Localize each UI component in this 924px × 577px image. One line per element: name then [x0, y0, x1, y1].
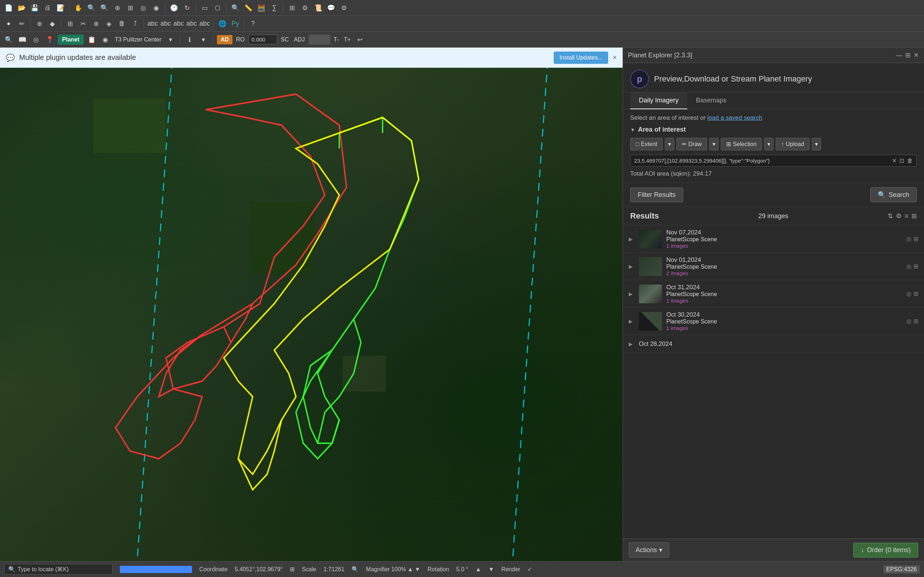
compose-icon[interactable]: 📝 [55, 2, 66, 14]
script-icon[interactable]: 📜 [312, 2, 324, 14]
result-grid-button[interactable]: ⊞ [914, 263, 918, 270]
planet-toolbar-btn[interactable]: Planet [58, 35, 84, 45]
offset-icon[interactable]: ⤴ [129, 18, 141, 29]
zoom-full-icon[interactable]: ◉ [150, 2, 162, 14]
digitize-icon[interactable]: ● [3, 18, 15, 29]
results-sort-button[interactable]: ⇅ [888, 212, 893, 220]
selection-button[interactable]: ⊞ Selection [721, 138, 762, 150]
label4-icon[interactable]: abc [186, 18, 197, 29]
status-search-box[interactable]: 🔍 Type to locate (⌘K) [4, 564, 113, 574]
map-area[interactable] [0, 48, 623, 561]
time-icon[interactable]: 🕐 [168, 2, 180, 14]
magnifier-stepper-up[interactable]: ▲ [407, 566, 413, 573]
new-file-icon[interactable]: 📄 [3, 2, 15, 14]
stat-icon[interactable]: ∑ [268, 2, 280, 14]
result-locate-button[interactable]: ◎ [906, 263, 911, 270]
result-item[interactable]: ▶ Oct 28,2024 [623, 335, 924, 353]
upload-button[interactable]: ↑ Upload [775, 138, 809, 150]
result-grid-button[interactable]: ⊞ [914, 290, 918, 297]
pan-icon[interactable]: ✋ [73, 2, 84, 14]
install-updates-button[interactable]: Install Updates... [554, 52, 608, 64]
print-icon[interactable]: 🖨 [42, 2, 53, 14]
edit-icon[interactable]: ✏ [16, 18, 27, 29]
panel-close-button[interactable]: ✕ [914, 51, 919, 59]
result-grid-button[interactable]: ⊞ [914, 318, 918, 324]
delete-icon[interactable]: 🗑 [116, 18, 128, 29]
result-item[interactable]: ▶ Oct 30,2024 PlanetScope Scene 1 images… [623, 308, 924, 335]
coordinate-input[interactable] [248, 35, 277, 44]
merge-icon[interactable]: ⊕ [90, 18, 102, 29]
save-icon[interactable]: 💾 [29, 2, 40, 14]
stats-icon[interactable]: ◉ [100, 34, 111, 45]
digitize2-icon[interactable]: ⊞ [64, 18, 76, 29]
attributes-icon[interactable]: 📋 [86, 34, 97, 45]
selection-dropdown-button[interactable]: ▾ [764, 138, 774, 150]
python-icon[interactable]: Py [229, 18, 241, 29]
order-button[interactable]: ↓ Order (0 items) [853, 543, 918, 558]
tab-basemaps[interactable]: Basemaps [687, 92, 735, 109]
zoom-in-icon[interactable]: 🔍 [86, 2, 97, 14]
node-edit-icon[interactable]: ◆ [47, 18, 58, 29]
info-icon[interactable]: ℹ [184, 34, 195, 45]
rotation-stepper-up[interactable]: ▲ [475, 566, 481, 573]
help-icon[interactable]: ? [247, 18, 259, 29]
notification-close-button[interactable]: × [612, 53, 617, 62]
layer-chevron-icon[interactable]: ▾ [165, 34, 176, 45]
open-folder-icon[interactable]: 📂 [16, 2, 27, 14]
draw-button[interactable]: ✏ Draw [677, 138, 707, 150]
result-locate-button[interactable]: ◎ [906, 290, 911, 297]
rotation-stepper-down[interactable]: ▼ [488, 566, 494, 573]
processing-icon[interactable]: ⚙ [299, 2, 311, 14]
refresh-icon[interactable]: ↻ [181, 2, 193, 14]
split-icon[interactable]: ✂ [77, 18, 89, 29]
aoi-clear-button[interactable]: ✕ [892, 157, 897, 164]
result-locate-button[interactable]: ◎ [906, 318, 911, 324]
results-grid-button[interactable]: ⊞ [911, 212, 917, 220]
globe-icon[interactable]: 🌐 [216, 18, 228, 29]
label2-icon[interactable]: abc [160, 18, 171, 29]
grid-icon[interactable]: ⊞ [286, 2, 298, 14]
aoi-load-saved-link[interactable]: load a saved search [708, 114, 762, 121]
result-item[interactable]: ▶ Nov 07,2024 PlanetScope Scene 1 images… [623, 226, 924, 253]
zoom-extent-icon[interactable]: ⊕ [111, 2, 123, 14]
magnifier-stepper-down[interactable]: ▼ [415, 566, 420, 573]
upload-dropdown-button[interactable]: ▾ [812, 138, 821, 150]
adj-input[interactable] [309, 35, 330, 45]
filter-results-button[interactable]: Filter Results [630, 187, 683, 202]
pin-icon[interactable]: 📍 [44, 34, 56, 45]
label5-icon[interactable]: abc [199, 18, 210, 29]
select-rect-icon[interactable]: ▭ [199, 2, 210, 14]
panel-minimize-button[interactable]: — [896, 51, 902, 59]
measure-icon[interactable]: 📏 [242, 2, 254, 14]
tab-daily-imagery[interactable]: Daily Imagery [630, 92, 687, 109]
identify-icon[interactable]: 🔍 [229, 2, 241, 14]
aoi-copy-button[interactable]: ⊡ [900, 157, 904, 164]
result-locate-button[interactable]: ◎ [906, 235, 911, 242]
result-item[interactable]: ▶ Oct 31,2024 PlanetScope Scene 1 images… [623, 280, 924, 308]
reshape-icon[interactable]: ◈ [103, 18, 115, 29]
zoom-out-icon[interactable]: 🔍 [99, 2, 110, 14]
search-small-icon[interactable]: 🔍 [3, 34, 15, 45]
extent-button[interactable]: □ Extent [630, 138, 663, 150]
aoi-delete-button[interactable]: 🗑 [907, 158, 913, 164]
label3-icon[interactable]: abc [173, 18, 184, 29]
actions-button[interactable]: Actions ▾ [629, 542, 669, 558]
chat-icon[interactable]: 💬 [325, 2, 337, 14]
zoom-layer-icon[interactable]: ⊞ [124, 2, 136, 14]
zoom-selection-icon[interactable]: ◎ [137, 2, 149, 14]
result-item[interactable]: ▶ Nov 01,2024 PlanetScope Scene 2 images… [623, 253, 924, 280]
results-list-button[interactable]: ≡ [905, 213, 908, 220]
bookmarks-icon[interactable]: 📖 [16, 34, 28, 45]
locate-icon[interactable]: ◎ [30, 34, 42, 45]
results-settings-button[interactable]: ⚙ [896, 212, 901, 220]
epsg-badge[interactable]: EPSG:4326 [884, 566, 920, 574]
settings-icon[interactable]: ⚙ [338, 2, 350, 14]
search-button[interactable]: 🔍 Search [870, 187, 917, 202]
node-tool-icon[interactable]: ⊕ [34, 18, 45, 29]
label-icon[interactable]: abc [147, 18, 158, 29]
select-poly-icon[interactable]: ⬡ [212, 2, 223, 14]
panel-expand-button[interactable]: ⊞ [905, 51, 911, 59]
result-grid-button[interactable]: ⊞ [914, 235, 918, 242]
info2-icon[interactable]: ▾ [198, 34, 209, 45]
extent-dropdown-button[interactable]: ▾ [665, 138, 674, 150]
